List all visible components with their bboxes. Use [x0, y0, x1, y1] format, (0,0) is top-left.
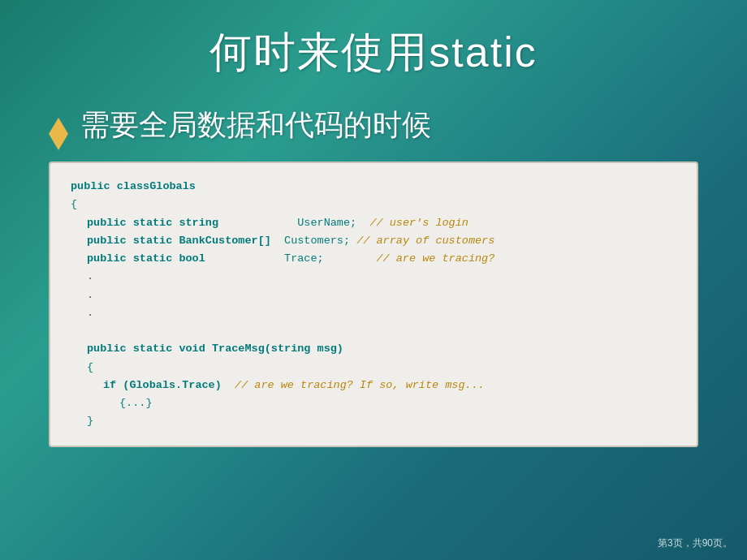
code-comment: // are we tracing? If so, write msg... — [235, 377, 485, 394]
code-keyword: public static string — [87, 214, 297, 232]
bullet-diamond-icon — [49, 118, 68, 134]
code-line-dot2: . — [71, 286, 676, 304]
code-keyword: public static bool — [87, 250, 284, 268]
code-classname: Globals — [149, 178, 196, 196]
bullet-section: 需要全局数据和代码的时候 — [49, 106, 698, 145]
slide-title: 何时来使用static — [209, 24, 537, 81]
code-comment: // user's login — [369, 214, 468, 232]
code-line-if: if (Globals.Trace) // are we tracing? If… — [71, 377, 676, 394]
code-keyword: public class — [71, 178, 149, 196]
code-line-method: public static void TraceMsg(string msg) — [71, 340, 676, 358]
code-line-close-brace: } — [71, 412, 676, 430]
slide: 何时来使用static 需要全局数据和代码的时候 public class Gl… — [0, 0, 747, 560]
code-comment: // array of customers — [356, 232, 494, 250]
code-keyword: public static BankCustomer[] — [87, 232, 284, 250]
code-keyword: public static void TraceMsg(string msg) — [87, 340, 343, 358]
code-line-1: public class Globals — [71, 178, 676, 196]
code-line-dot1: . — [71, 268, 676, 286]
code-comment: // are we tracing? — [376, 250, 494, 268]
bullet-text: 需要全局数据和代码的时候 — [80, 106, 431, 145]
code-line-body: {...} — [71, 394, 676, 412]
code-line-4: public static BankCustomer[] Customers; … — [71, 232, 676, 250]
code-block: public class Globals { public static str… — [49, 162, 698, 447]
code-line-open-brace: { — [71, 359, 676, 377]
code-line-2: { — [71, 196, 676, 213]
code-line-5: public static bool Trace; // are we trac… — [71, 250, 676, 268]
code-line-dot3: . — [71, 304, 676, 322]
page-number: 第3页，共90页。 — [658, 536, 732, 550]
code-line-blank — [71, 322, 676, 340]
code-keyword: if (Globals.Trace) — [103, 377, 235, 394]
code-line-3: public static string UserName; // user's… — [71, 214, 676, 232]
